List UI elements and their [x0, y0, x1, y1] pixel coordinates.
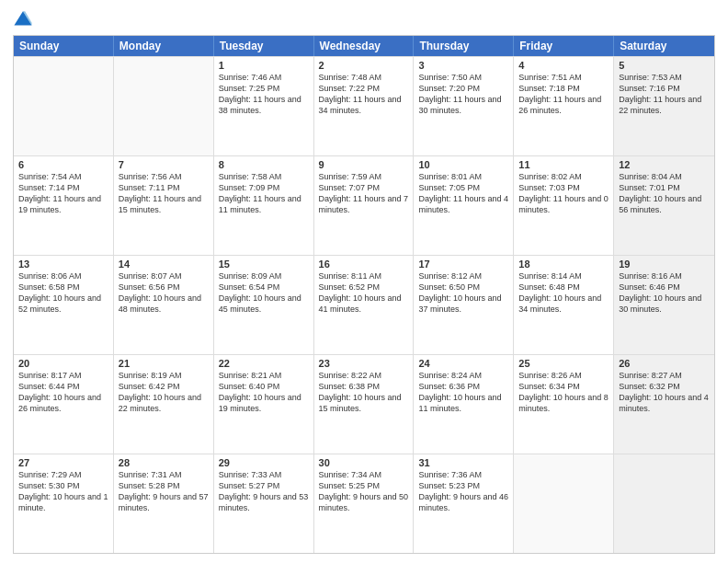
calendar-cell: 25Sunrise: 8:26 AM Sunset: 6:34 PM Dayli…	[514, 355, 614, 454]
cell-content: Sunrise: 8:24 AM Sunset: 6:36 PM Dayligh…	[418, 370, 508, 415]
day-number: 9	[319, 159, 409, 170]
day-number: 17	[418, 259, 508, 270]
day-number: 15	[219, 259, 309, 270]
day-number: 24	[418, 358, 508, 369]
day-number: 3	[418, 60, 508, 71]
cell-content: Sunrise: 7:33 AM Sunset: 5:27 PM Dayligh…	[219, 469, 309, 514]
header-day-friday: Friday	[514, 36, 614, 56]
cell-content: Sunrise: 8:12 AM Sunset: 6:50 PM Dayligh…	[418, 270, 508, 316]
calendar-cell	[614, 454, 714, 553]
cell-content: Sunrise: 7:58 AM Sunset: 7:09 PM Dayligh…	[219, 171, 309, 216]
cell-content: Sunrise: 8:02 AM Sunset: 7:03 PM Dayligh…	[518, 171, 609, 216]
cell-content: Sunrise: 8:27 AM Sunset: 6:32 PM Dayligh…	[619, 370, 710, 415]
day-number: 5	[619, 60, 710, 71]
cell-content: Sunrise: 8:14 AM Sunset: 6:48 PM Dayligh…	[518, 270, 609, 316]
page: SundayMondayTuesdayWednesdayThursdayFrid…	[0, 0, 728, 563]
day-number: 26	[619, 358, 710, 369]
calendar-cell: 30Sunrise: 7:34 AM Sunset: 5:25 PM Dayli…	[314, 454, 415, 553]
cell-content: Sunrise: 7:50 AM Sunset: 7:20 PM Dayligh…	[418, 72, 508, 117]
calendar-cell: 14Sunrise: 8:07 AM Sunset: 6:56 PM Dayli…	[114, 256, 214, 354]
cell-content: Sunrise: 7:56 AM Sunset: 7:11 PM Dayligh…	[119, 171, 209, 216]
cell-content: Sunrise: 7:34 AM Sunset: 5:25 PM Dayligh…	[319, 469, 409, 514]
calendar-cell: 12Sunrise: 8:04 AM Sunset: 7:01 PM Dayli…	[614, 156, 714, 255]
day-number: 20	[18, 358, 108, 369]
logo-icon	[13, 9, 33, 29]
calendar-header: SundayMondayTuesdayWednesdayThursdayFrid…	[14, 36, 714, 56]
day-number: 4	[518, 60, 609, 71]
calendar-cell: 28Sunrise: 7:31 AM Sunset: 5:28 PM Dayli…	[114, 454, 214, 553]
day-number: 23	[319, 358, 409, 369]
calendar-cell: 23Sunrise: 8:22 AM Sunset: 6:38 PM Dayli…	[314, 355, 415, 454]
cell-content: Sunrise: 8:16 AM Sunset: 6:46 PM Dayligh…	[619, 270, 710, 316]
calendar-cell: 20Sunrise: 8:17 AM Sunset: 6:44 PM Dayli…	[14, 355, 114, 454]
cell-content: Sunrise: 8:07 AM Sunset: 6:56 PM Dayligh…	[119, 270, 209, 316]
day-number: 25	[518, 358, 609, 369]
cell-content: Sunrise: 8:01 AM Sunset: 7:05 PM Dayligh…	[418, 171, 508, 216]
calendar-cell: 3Sunrise: 7:50 AM Sunset: 7:20 PM Daylig…	[414, 57, 514, 155]
day-number: 16	[319, 259, 409, 270]
calendar-cell: 27Sunrise: 7:29 AM Sunset: 5:30 PM Dayli…	[14, 454, 114, 553]
day-number: 22	[219, 358, 309, 369]
calendar-cell	[114, 57, 214, 155]
cell-content: Sunrise: 8:11 AM Sunset: 6:52 PM Dayligh…	[319, 270, 409, 316]
cell-content: Sunrise: 8:22 AM Sunset: 6:38 PM Dayligh…	[319, 370, 409, 415]
header-day-wednesday: Wednesday	[314, 36, 415, 56]
day-number: 1	[219, 60, 309, 71]
calendar-cell: 19Sunrise: 8:16 AM Sunset: 6:46 PM Dayli…	[614, 256, 714, 354]
cell-content: Sunrise: 7:31 AM Sunset: 5:28 PM Dayligh…	[119, 469, 209, 514]
cell-content: Sunrise: 8:19 AM Sunset: 6:42 PM Dayligh…	[119, 370, 209, 415]
header-day-sunday: Sunday	[14, 36, 114, 56]
logo	[13, 9, 35, 29]
cell-content: Sunrise: 8:06 AM Sunset: 6:58 PM Dayligh…	[18, 270, 108, 316]
cell-content: Sunrise: 7:48 AM Sunset: 7:22 PM Dayligh…	[319, 72, 409, 117]
day-number: 2	[319, 60, 409, 71]
calendar-cell: 22Sunrise: 8:21 AM Sunset: 6:40 PM Dayli…	[214, 355, 314, 454]
cell-content: Sunrise: 7:51 AM Sunset: 7:18 PM Dayligh…	[518, 72, 609, 117]
day-number: 30	[319, 457, 409, 468]
calendar-week-4: 20Sunrise: 8:17 AM Sunset: 6:44 PM Dayli…	[14, 354, 714, 454]
cell-content: Sunrise: 8:26 AM Sunset: 6:34 PM Dayligh…	[518, 370, 609, 415]
day-number: 27	[18, 457, 108, 468]
day-number: 18	[518, 259, 609, 270]
calendar-cell: 1Sunrise: 7:46 AM Sunset: 7:25 PM Daylig…	[214, 57, 314, 155]
calendar-week-2: 6Sunrise: 7:54 AM Sunset: 7:14 PM Daylig…	[14, 155, 714, 255]
calendar-cell: 21Sunrise: 8:19 AM Sunset: 6:42 PM Dayli…	[114, 355, 214, 454]
calendar-cell	[14, 57, 114, 155]
day-number: 10	[418, 159, 508, 170]
cell-content: Sunrise: 8:04 AM Sunset: 7:01 PM Dayligh…	[619, 171, 710, 216]
header-day-monday: Monday	[114, 36, 214, 56]
calendar-cell: 15Sunrise: 8:09 AM Sunset: 6:54 PM Dayli…	[214, 256, 314, 354]
day-number: 28	[119, 457, 209, 468]
day-number: 11	[518, 159, 609, 170]
calendar: SundayMondayTuesdayWednesdayThursdayFrid…	[13, 35, 715, 554]
cell-content: Sunrise: 8:21 AM Sunset: 6:40 PM Dayligh…	[219, 370, 309, 415]
cell-content: Sunrise: 7:29 AM Sunset: 5:30 PM Dayligh…	[18, 469, 108, 514]
calendar-cell: 26Sunrise: 8:27 AM Sunset: 6:32 PM Dayli…	[614, 355, 714, 454]
cell-content: Sunrise: 7:59 AM Sunset: 7:07 PM Dayligh…	[319, 171, 409, 216]
calendar-cell: 11Sunrise: 8:02 AM Sunset: 7:03 PM Dayli…	[514, 156, 614, 255]
calendar-cell: 29Sunrise: 7:33 AM Sunset: 5:27 PM Dayli…	[214, 454, 314, 553]
header-day-saturday: Saturday	[614, 36, 714, 56]
day-number: 29	[219, 457, 309, 468]
calendar-cell: 5Sunrise: 7:53 AM Sunset: 7:16 PM Daylig…	[614, 57, 714, 155]
cell-content: Sunrise: 7:53 AM Sunset: 7:16 PM Dayligh…	[619, 72, 710, 117]
cell-content: Sunrise: 7:36 AM Sunset: 5:23 PM Dayligh…	[418, 469, 508, 514]
calendar-cell: 4Sunrise: 7:51 AM Sunset: 7:18 PM Daylig…	[514, 57, 614, 155]
calendar-cell: 13Sunrise: 8:06 AM Sunset: 6:58 PM Dayli…	[14, 256, 114, 354]
calendar-cell: 8Sunrise: 7:58 AM Sunset: 7:09 PM Daylig…	[214, 156, 314, 255]
day-number: 7	[119, 159, 209, 170]
day-number: 19	[619, 259, 710, 270]
cell-content: Sunrise: 7:46 AM Sunset: 7:25 PM Dayligh…	[219, 72, 309, 117]
calendar-cell: 7Sunrise: 7:56 AM Sunset: 7:11 PM Daylig…	[114, 156, 214, 255]
calendar-cell: 24Sunrise: 8:24 AM Sunset: 6:36 PM Dayli…	[414, 355, 514, 454]
calendar-cell: 31Sunrise: 7:36 AM Sunset: 5:23 PM Dayli…	[414, 454, 514, 553]
calendar-body: 1Sunrise: 7:46 AM Sunset: 7:25 PM Daylig…	[14, 56, 714, 553]
calendar-cell: 2Sunrise: 7:48 AM Sunset: 7:22 PM Daylig…	[314, 57, 415, 155]
cell-content: Sunrise: 8:17 AM Sunset: 6:44 PM Dayligh…	[18, 370, 108, 415]
day-number: 21	[119, 358, 209, 369]
calendar-cell: 9Sunrise: 7:59 AM Sunset: 7:07 PM Daylig…	[314, 156, 415, 255]
calendar-cell: 18Sunrise: 8:14 AM Sunset: 6:48 PM Dayli…	[514, 256, 614, 354]
calendar-cell	[514, 454, 614, 553]
calendar-week-1: 1Sunrise: 7:46 AM Sunset: 7:25 PM Daylig…	[14, 56, 714, 155]
header-day-tuesday: Tuesday	[214, 36, 314, 56]
